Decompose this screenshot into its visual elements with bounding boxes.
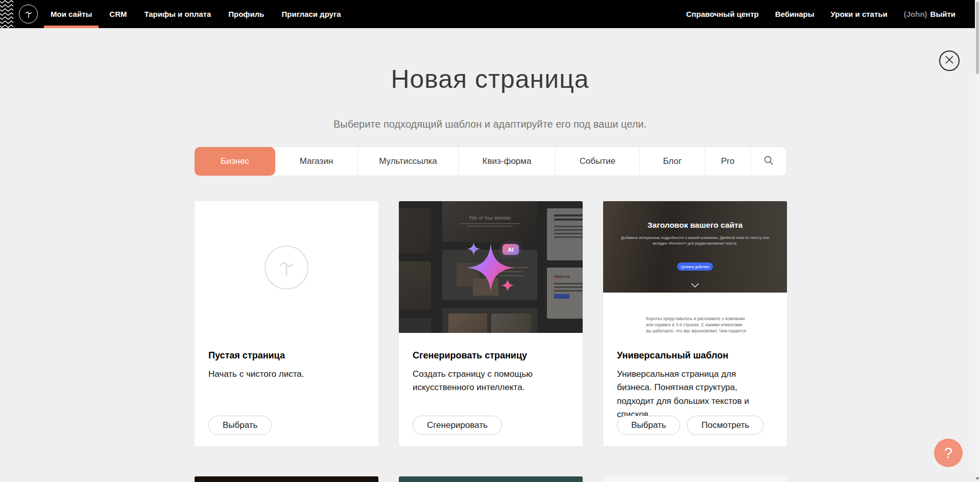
- help-button[interactable]: ?: [934, 439, 963, 467]
- user-name: (John): [904, 10, 927, 18]
- search-icon: [763, 155, 774, 168]
- question-mark-icon: ?: [944, 444, 953, 462]
- template-hero-subtitle: Добавьте интересные подробности о вашей …: [621, 235, 769, 247]
- nav-right-menu: Справочный центр Вебинары Уроки и статьи…: [686, 0, 955, 28]
- user-logout[interactable]: (John) Выйти: [904, 10, 955, 18]
- template-category-tabs: Бизнес Магазин Мультиссылка Квиз-форма С…: [195, 147, 786, 176]
- card-buttons: Выбрать Посмотреть: [617, 416, 763, 435]
- generate-button[interactable]: Сгенерировать: [413, 416, 502, 435]
- zigzag-pattern-icon: [0, 0, 13, 28]
- page-subtitle: Выберите подходящий шаблон и адаптируйте…: [0, 118, 980, 130]
- card-ai-generate: Title of Your Website About us: [399, 201, 583, 446]
- view-button[interactable]: Посмотреть: [687, 416, 763, 435]
- tab-quiz-form[interactable]: Квиз-форма: [458, 147, 555, 176]
- tilda-watermark-icon: [265, 246, 308, 290]
- template-hero: Заголовок вашего сайта Добавьте интересн…: [603, 201, 787, 293]
- template-cards-grid: Пустая страница Начать с чистого листа. …: [195, 201, 787, 446]
- template-preview: Заголовок вашего сайта Добавьте интересн…: [603, 201, 787, 333]
- tab-event[interactable]: Событие: [555, 147, 639, 176]
- nav-item-my-sites[interactable]: Мои сайты: [51, 0, 92, 28]
- nav-left-menu: Мои сайты CRM Тарифы и оплата Профиль Пр…: [51, 0, 341, 28]
- nav-item-crm[interactable]: CRM: [109, 0, 127, 28]
- tab-business[interactable]: Бизнес: [195, 147, 275, 176]
- vertical-scrollbar: [975, 0, 980, 482]
- ai-sparkle-icon: AI: [399, 201, 583, 333]
- card-peek: [603, 476, 787, 482]
- choose-button[interactable]: Выбрать: [617, 416, 680, 435]
- card-universal-template: Заголовок вашего сайта Добавьте интересн…: [603, 201, 787, 446]
- nav-item-invite-friend[interactable]: Пригласи друга: [281, 0, 341, 28]
- card-title: Пустая страница: [208, 350, 365, 361]
- close-icon: [945, 55, 954, 66]
- nav-item-tariffs[interactable]: Тарифы и оплата: [144, 0, 211, 28]
- ai-badge: AI: [503, 244, 519, 255]
- template-body-text: Коротко представьтесь и расскажите о ком…: [646, 316, 747, 333]
- nav-item-help-center[interactable]: Справочный центр: [686, 0, 758, 28]
- nav-item-webinars[interactable]: Вебинары: [775, 0, 815, 28]
- template-cta-button: Целевое действие: [677, 262, 713, 271]
- template-hero-title: Заголовок вашего сайта: [603, 221, 787, 230]
- card-description: Создать страницу с помощью искусственног…: [413, 368, 569, 395]
- top-nav: Мои сайты CRM Тарифы и оплата Профиль Пр…: [0, 0, 975, 28]
- card-buttons: Выбрать: [208, 416, 272, 435]
- card-title: Сгенерировать страницу: [413, 350, 569, 361]
- nav-item-lessons[interactable]: Уроки и статьи: [831, 0, 888, 28]
- tab-store[interactable]: Магазин: [275, 147, 357, 176]
- tab-multilink[interactable]: Мультиссылка: [357, 147, 458, 176]
- card-buttons: Сгенерировать: [413, 416, 502, 435]
- card-peek: [195, 476, 378, 482]
- close-button[interactable]: [939, 51, 960, 71]
- blank-page-preview: [195, 201, 378, 333]
- page-title: Новая страница: [0, 64, 980, 94]
- ai-preview-collage: Title of Your Website About us: [399, 201, 583, 333]
- card-title: Универсальный шаблон: [617, 350, 773, 361]
- tab-search[interactable]: [750, 147, 786, 176]
- card-description: Начать с чистого листа.: [208, 368, 365, 381]
- tab-blog[interactable]: Блог: [639, 147, 705, 176]
- logout-label: Выйти: [930, 10, 955, 18]
- choose-button[interactable]: Выбрать: [208, 416, 272, 435]
- scrollbar-thumb[interactable]: [976, 2, 979, 74]
- chevron-down-icon: [691, 281, 699, 290]
- card-peek: [399, 476, 583, 482]
- next-row-card-peeks: [195, 476, 787, 482]
- tab-pro[interactable]: Pro: [705, 147, 750, 176]
- scrollbar-down-arrow[interactable]: [975, 477, 979, 480]
- nav-item-profile[interactable]: Профиль: [228, 0, 264, 28]
- tilda-logo-icon[interactable]: [19, 5, 38, 23]
- card-blank-page: Пустая страница Начать с чистого листа. …: [195, 201, 378, 446]
- card-description: Универсальная страница для бизнеса. Поня…: [617, 368, 773, 421]
